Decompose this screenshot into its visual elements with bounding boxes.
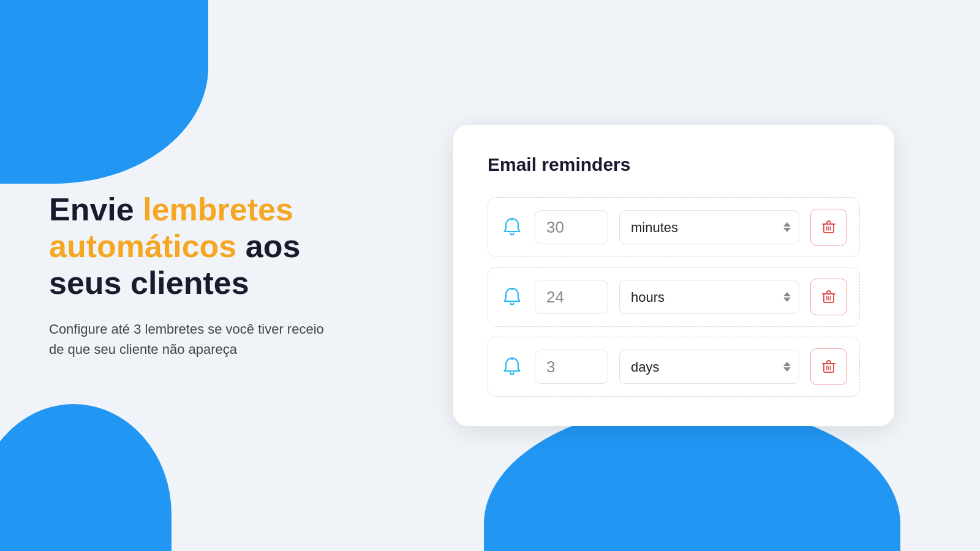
reminder-3-value-input[interactable]: [535, 350, 608, 384]
reminder-3-unit-wrapper: minutes hours days: [619, 350, 799, 384]
reminder-2-unit-wrapper: minutes hours days: [619, 280, 799, 314]
headline-prefix: Envie: [49, 192, 143, 227]
reminder-2-unit-select[interactable]: minutes hours days: [619, 280, 799, 314]
left-panel: Envie lembretes automáticos aos seus cli…: [49, 192, 368, 359]
delete-reminder-3-button[interactable]: [810, 348, 847, 385]
subtext: Configure até 3 lembretes se você tiver …: [49, 319, 331, 359]
reminder-row-2: minutes hours days: [488, 267, 860, 327]
bell-icon-2: [500, 285, 524, 309]
reminder-row-1: minutes hours days: [488, 197, 860, 257]
trash-icon-1: [821, 219, 837, 235]
reminder-row-3: minutes hours days: [488, 337, 860, 397]
trash-icon-3: [821, 359, 837, 375]
reminder-rows: minutes hours days: [488, 197, 860, 397]
email-reminders-card: Email reminders minutes: [453, 125, 894, 426]
delete-reminder-2-button[interactable]: [810, 279, 847, 315]
reminder-1-unit-wrapper: minutes hours days: [619, 210, 799, 244]
svg-point-2: [511, 288, 513, 290]
right-panel: Email reminders minutes: [417, 125, 931, 426]
reminder-2-value-input[interactable]: [535, 280, 608, 314]
reminder-1-unit-select[interactable]: minutes hours days: [619, 210, 799, 244]
svg-point-4: [511, 358, 513, 360]
card-title: Email reminders: [488, 154, 860, 175]
delete-reminder-1-button[interactable]: [810, 209, 847, 246]
trash-icon-2: [821, 289, 837, 305]
headline: Envie lembretes automáticos aos seus cli…: [49, 192, 368, 301]
reminder-1-value-input[interactable]: [535, 210, 608, 244]
reminder-3-unit-select[interactable]: minutes hours days: [619, 350, 799, 384]
bell-icon-1: [500, 216, 524, 239]
svg-point-0: [511, 218, 513, 220]
page-container: Envie lembretes automáticos aos seus cli…: [0, 0, 980, 551]
bell-icon-3: [500, 355, 524, 378]
